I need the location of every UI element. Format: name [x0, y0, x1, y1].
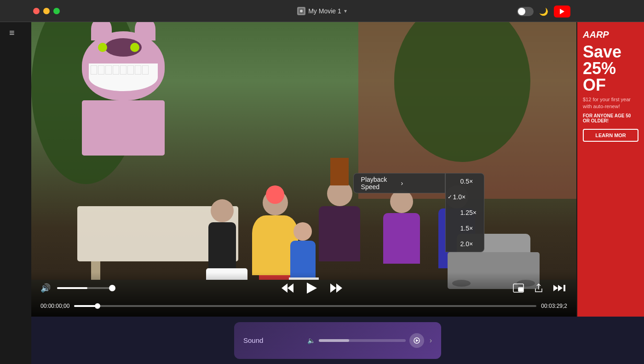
playback-speed-label: Playback Speed — [361, 176, 397, 191]
timeline-thumb — [95, 303, 100, 309]
sound-max-icon — [414, 337, 420, 344]
share-button[interactable] — [532, 281, 545, 295]
chevron-right-icon: › — [401, 179, 437, 187]
youtube-icon — [560, 9, 564, 14]
window-title[interactable]: My Movie 1 ▾ — [297, 7, 347, 15]
play-icon — [307, 283, 317, 294]
svg-point-1 — [300, 10, 303, 12]
svg-marker-13 — [416, 339, 419, 342]
close-button[interactable] — [33, 8, 40, 14]
tooth — [142, 65, 149, 75]
rewind-button[interactable] — [280, 282, 295, 295]
ad-cta-button[interactable]: LEARN MOR — [583, 129, 638, 142]
body — [208, 222, 236, 268]
toggle-knob — [518, 8, 525, 15]
time-total: 00:03:29;2 — [541, 303, 567, 309]
svg-marker-3 — [282, 283, 288, 293]
svg-rect-8 — [518, 288, 523, 291]
fast-forward-button[interactable] — [328, 282, 344, 295]
head — [211, 199, 234, 222]
cheshire-character — [77, 31, 169, 146]
ad-save: Save — [583, 44, 638, 60]
volume-min-icon: 🔈 — [307, 337, 315, 344]
sound-label: Sound — [243, 336, 302, 344]
share-icon — [534, 283, 543, 293]
speed-option-20[interactable]: 2.0× — [446, 236, 484, 252]
title-dropdown-icon[interactable]: ▾ — [344, 8, 347, 14]
tall-hat — [330, 158, 349, 185]
ear-right — [135, 22, 155, 40]
svg-marker-4 — [307, 283, 317, 294]
playback-speed-menu: Playback Speed › 0.5× 1.0× 1.25× 1.5× 2.… — [353, 173, 484, 252]
eye-right — [130, 43, 139, 52]
moon-icon: 🌙 — [539, 7, 548, 16]
svg-marker-6 — [336, 283, 342, 293]
fast-forward-icon — [330, 283, 342, 293]
sidebar-toggle[interactable]: ≡ — [9, 28, 15, 38]
hat — [266, 185, 284, 204]
timeline-bar[interactable] — [74, 305, 536, 307]
sound-fill — [319, 339, 349, 342]
volume-button[interactable]: 🔊 — [40, 283, 51, 293]
tooth — [105, 65, 112, 75]
speed-option-125[interactable]: 1.25× — [446, 205, 484, 220]
ear-left — [91, 22, 112, 40]
top-right-controls: 🌙 — [517, 6, 570, 17]
tooth — [113, 65, 119, 75]
svg-marker-5 — [330, 283, 336, 293]
cheshire-body — [82, 100, 165, 156]
ad-panel: AARP Save 25% OF $12 for your first year… — [577, 22, 644, 317]
svg-rect-11 — [564, 285, 565, 291]
traffic-lights — [33, 8, 60, 14]
eye-left — [98, 43, 107, 52]
maximize-button[interactable] — [53, 8, 60, 14]
more-options-button[interactable] — [552, 283, 567, 293]
play-button[interactable] — [302, 278, 322, 298]
tooth — [98, 65, 104, 75]
bottom-section: Sound 🔈 › — [31, 317, 644, 364]
tooth — [135, 65, 141, 75]
playback-speed-header[interactable]: Playback Speed › — [353, 173, 445, 193]
sound-max-button[interactable] — [409, 333, 424, 348]
controls-row: 🔊 — [40, 278, 567, 298]
cheshire-head — [82, 31, 165, 100]
svg-marker-2 — [288, 283, 293, 293]
speed-option-15[interactable]: 1.5× — [446, 220, 484, 236]
ad-age: FOR ANYONE AGE 50 OR OLDER! — [583, 113, 638, 123]
sound-slider-container: 🔈 — [307, 333, 424, 348]
video-frame: 🔊 — [31, 22, 576, 317]
window-title-text: My Movie 1 — [308, 7, 341, 15]
sound-panel: Sound 🔈 › — [234, 322, 441, 359]
svg-marker-10 — [558, 285, 563, 291]
speed-option-10[interactable]: 1.0× — [446, 189, 484, 205]
timeline-row: 00:00:00;00 00:03:29;2 — [40, 303, 567, 309]
sound-bar[interactable] — [319, 339, 406, 342]
pip-button[interactable] — [511, 282, 526, 295]
minimize-button[interactable] — [43, 8, 50, 14]
sound-chevron-icon[interactable]: › — [430, 336, 432, 345]
ad-brand: AARP — [583, 29, 638, 40]
movie-icon — [297, 7, 305, 15]
tooth — [91, 65, 97, 75]
cheshire-ears — [91, 22, 155, 40]
volume-slider[interactable] — [57, 287, 112, 289]
playback-submenu: 0.5× 1.0× 1.25× 1.5× 2.0× — [445, 173, 484, 252]
rewind-icon — [282, 283, 293, 293]
youtube-button[interactable] — [554, 6, 570, 17]
volume-thumb — [109, 285, 115, 291]
time-current: 00:00:00;00 — [40, 303, 69, 309]
speed-option-05[interactable]: 0.5× — [446, 173, 484, 189]
tooth — [120, 65, 126, 75]
ad-percent: 25% OF — [583, 60, 638, 93]
teeth-row — [89, 64, 158, 75]
tooth — [127, 65, 134, 75]
svg-marker-9 — [553, 285, 558, 291]
body — [290, 241, 316, 277]
timeline-progress — [74, 305, 97, 307]
dark-mode-toggle[interactable] — [517, 7, 534, 16]
more-icon — [553, 285, 565, 291]
volume-fill — [57, 287, 87, 289]
video-player[interactable]: 🔊 — [31, 22, 576, 317]
title-bar: My Movie 1 ▾ 🌙 — [0, 0, 644, 22]
ad-description: $12 for your first year with auto-renew! — [583, 96, 638, 110]
